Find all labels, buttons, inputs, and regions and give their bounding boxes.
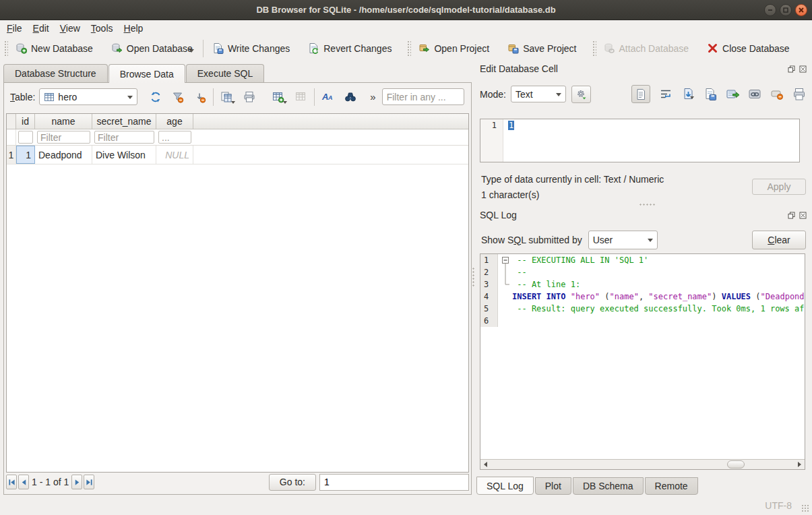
attach-database-button[interactable]: Attach Database <box>598 39 695 57</box>
close-database-button[interactable]: Close Database <box>701 39 795 57</box>
open-project-button[interactable]: Open Project <box>413 39 495 57</box>
mode-combobox[interactable]: Text <box>511 86 566 102</box>
dock-tab-remote[interactable]: Remote <box>645 477 698 495</box>
window-title: DB Browser for SQLite - /home/user/code/… <box>256 5 555 15</box>
clear-log-button[interactable]: Clear <box>752 231 806 249</box>
dock-close-icon[interactable] <box>799 212 807 219</box>
table-combobox[interactable]: hero <box>39 88 137 105</box>
dock-splitter-handle[interactable] <box>639 203 655 207</box>
sql-log-line: 3 -- At line 1: <box>480 278 805 291</box>
gear-icon <box>575 88 587 100</box>
copy-menu-arrow[interactable] <box>231 101 235 106</box>
toolbar-extension-button[interactable]: » <box>368 91 377 102</box>
svg-text:A: A <box>321 92 328 102</box>
dock-tab-db-schema[interactable]: DB Schema <box>573 477 644 495</box>
clear-sort-button[interactable] <box>191 88 210 106</box>
save-as-icon[interactable] <box>726 88 739 101</box>
goto-input[interactable] <box>319 474 469 491</box>
find-button[interactable] <box>341 88 360 106</box>
menu-tools[interactable]: Tools <box>86 21 119 36</box>
insert-record-menu-arrow[interactable] <box>283 101 287 106</box>
cell-age[interactable]: NULL <box>156 146 193 164</box>
tab-database-structure[interactable]: Database Structure <box>3 64 108 82</box>
tab-execute-sql[interactable]: Execute SQL <box>186 64 265 82</box>
auto-switch-mode-button[interactable] <box>571 86 591 103</box>
scroll-right-arrow[interactable] <box>794 460 805 469</box>
menu-edit[interactable]: Edit <box>28 21 55 36</box>
next-record-icon <box>73 479 81 486</box>
filter-input-id[interactable] <box>18 131 33 144</box>
close-icon <box>798 7 805 13</box>
column-header-secret-name[interactable]: secret_name <box>92 114 156 129</box>
last-record-button[interactable] <box>84 475 94 489</box>
column-header-age[interactable]: age <box>156 114 193 129</box>
sql-log-dock-titlebar: SQL Log <box>475 209 812 221</box>
filter-input-name[interactable] <box>37 131 90 144</box>
next-record-button[interactable] <box>71 475 82 489</box>
cell-secret-name[interactable]: Dive Wilson <box>92 146 156 164</box>
close-button[interactable] <box>795 4 807 16</box>
sql-log-editor[interactable]: 1 -- EXECUTING ALL IN 'SQL 1' 2 -- 3 -- … <box>480 253 805 470</box>
dock-tab-plot[interactable]: Plot <box>535 477 571 495</box>
goto-button[interactable]: Go to: <box>269 474 316 491</box>
tab-browse-data[interactable]: Browse Data <box>108 64 185 83</box>
menu-view[interactable]: View <box>55 21 86 36</box>
sql-log-controls: Show SQL submitted by User Clear <box>481 230 806 249</box>
cell-editor[interactable]: 1 1 <box>480 119 800 162</box>
resize-grip[interactable] <box>801 504 810 513</box>
toolbar-handle[interactable] <box>406 40 411 57</box>
filter-any-input[interactable] <box>382 88 464 105</box>
first-record-button[interactable] <box>6 475 17 489</box>
import-menu-arrow[interactable] <box>690 96 694 101</box>
font-size-button[interactable]: AA <box>318 88 337 106</box>
fold-marker-collapse[interactable] <box>498 254 512 266</box>
refresh-button[interactable] <box>146 88 165 106</box>
table-row: 1 1 Deadpond Dive Wilson NULL <box>7 146 468 164</box>
row-header[interactable]: 1 <box>7 146 16 164</box>
grid-corner[interactable] <box>7 114 16 129</box>
open-in-browser-icon[interactable] <box>748 88 761 101</box>
menu-file[interactable]: File <box>1 21 28 36</box>
scrollbar-thumb[interactable] <box>727 460 745 468</box>
combobox-arrow-icon <box>556 93 561 99</box>
cell-name[interactable]: Deadpond <box>35 146 92 164</box>
minimize-button[interactable] <box>764 4 776 16</box>
delete-record-button[interactable] <box>292 88 311 106</box>
cell-id[interactable]: 1 <box>16 146 35 164</box>
previous-record-button[interactable] <box>18 475 29 489</box>
insert-record-button[interactable] <box>269 88 288 106</box>
word-wrap-icon[interactable] <box>659 88 673 101</box>
toolbar-handle[interactable] <box>592 40 596 57</box>
revert-changes-button[interactable]: Revert Changes <box>303 39 397 57</box>
dock-float-icon[interactable] <box>788 212 795 219</box>
apply-button[interactable]: Apply <box>752 179 806 195</box>
dock-float-icon[interactable] <box>788 65 795 73</box>
open-database-button[interactable]: Open Database <box>106 39 198 57</box>
set-null-icon[interactable] <box>770 88 784 101</box>
maximize-button[interactable] <box>780 4 792 16</box>
column-header-name[interactable]: name <box>35 114 92 129</box>
text-mode-button[interactable] <box>631 85 650 103</box>
save-project-button[interactable]: Save Project <box>502 39 582 57</box>
filter-input-age[interactable] <box>158 131 191 144</box>
clear-filters-button[interactable] <box>168 88 187 106</box>
print-button[interactable] <box>240 88 259 106</box>
horizontal-scrollbar[interactable] <box>480 459 805 469</box>
new-database-button[interactable]: New Database <box>10 39 98 57</box>
sql-source-combobox[interactable]: User <box>588 231 658 249</box>
export-text-icon[interactable] <box>704 88 717 101</box>
copy-button[interactable] <box>217 88 236 106</box>
menu-help[interactable]: Help <box>119 21 149 36</box>
column-header-id[interactable]: id <box>16 114 35 129</box>
dock-tab-sql-log[interactable]: SQL Log <box>476 477 534 495</box>
new-database-icon <box>15 42 27 54</box>
filter-input-secret-name[interactable] <box>94 131 154 144</box>
print-cell-icon[interactable] <box>792 88 806 101</box>
toolbar-handle[interactable] <box>3 40 8 57</box>
scroll-left-arrow[interactable] <box>480 460 491 469</box>
grid-header: id name secret_name age <box>7 114 468 129</box>
open-database-menu-arrow[interactable] <box>189 49 194 55</box>
dock-close-icon[interactable] <box>799 65 807 73</box>
import-text-icon[interactable] <box>681 88 695 101</box>
write-changes-button[interactable]: Write Changes <box>207 39 295 57</box>
